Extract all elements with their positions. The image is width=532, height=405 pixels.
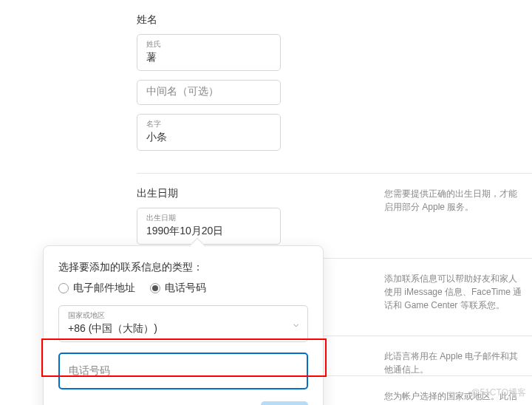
birth-label: 出生日期: [146, 213, 271, 223]
watermark: @51CTO博客: [471, 387, 526, 399]
add-contact-popover: 选择要添加的联系信息的类型： 电子邮件地址 电话号码 国家或地区 +86 (中国…: [43, 245, 324, 405]
popover-title: 选择要添加的联系信息的类型：: [58, 261, 308, 274]
country-select[interactable]: 国家或地区 +86 (中国（大陆）) ⌵: [58, 305, 308, 342]
phone-placeholder: 电话号码: [69, 364, 110, 376]
radio-icon: [150, 283, 160, 293]
givenname-value: 小条: [146, 131, 167, 143]
givenname-field[interactable]: 名字 小条: [137, 114, 281, 151]
middlename-field[interactable]: 中间名（可选）: [137, 80, 281, 105]
cancel-button[interactable]: 取消: [206, 401, 253, 405]
birth-value: 1990年10月20日: [146, 225, 223, 236]
surname-label: 姓氏: [146, 39, 271, 50]
lang-desc: 此语言将用在 Apple 电子邮件和其他通信上。: [369, 350, 532, 362]
name-title: 姓名: [137, 13, 369, 27]
surname-value: 薯: [146, 51, 157, 63]
contact-desc: 添加联系信息可以帮助好友和家人使用 iMessage 信息、FaceTime 通…: [369, 272, 532, 322]
chevron-down-icon: ⌵: [293, 319, 299, 329]
radio-phone-label: 电话号码: [165, 282, 206, 295]
givenname-label: 名字: [146, 119, 271, 129]
radio-phone[interactable]: 电话号码: [150, 282, 206, 295]
radio-email-label: 电子邮件地址: [73, 282, 135, 295]
birth-desc: 您需要提供正确的出生日期，才能启用部分 Apple 服务。: [369, 187, 532, 245]
surname-field[interactable]: 姓氏 薯: [137, 34, 281, 71]
continue-button[interactable]: 继续: [261, 401, 308, 405]
name-section: 姓名 姓氏 薯 中间名（可选） 名字 小条: [137, 0, 532, 174]
middlename-placeholder: 中间名（可选）: [146, 85, 219, 97]
birth-title: 出生日期: [137, 187, 369, 200]
name-desc: [369, 13, 532, 160]
country-value: +86 (中国（大陆）): [68, 322, 157, 334]
radio-icon: [58, 283, 69, 293]
birth-field[interactable]: 出生日期 1990年10月20日: [137, 208, 281, 245]
radio-email[interactable]: 电子邮件地址: [58, 282, 135, 295]
phone-input[interactable]: 电话号码: [58, 353, 308, 389]
country-label: 国家或地区: [68, 310, 299, 321]
